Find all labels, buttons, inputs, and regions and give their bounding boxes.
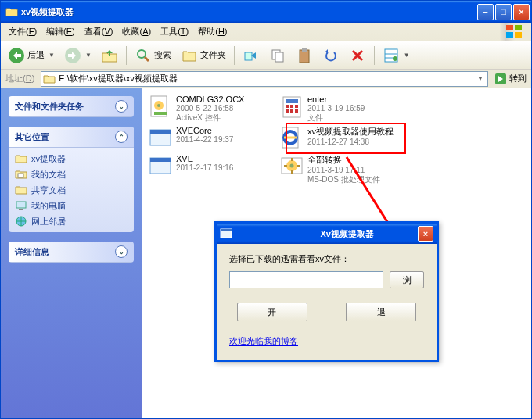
dialog-close-button[interactable]: ×: [418, 226, 433, 242]
panel-places: 其它位置 ⌃ xv提取器 我的文档 共享文档 我的电脑 网上邻居: [9, 127, 134, 232]
go-button[interactable]: 转到: [491, 73, 530, 85]
chevron-down-icon[interactable]: ▼: [475, 75, 486, 82]
menubar: 文件(F) 编辑(E) 查看(V) 收藏(A) 工具(T) 帮助(H): [1, 23, 531, 41]
ie-icon: [279, 126, 304, 151]
explorer-window: xv视频提取器 – □ × 文件(F) 编辑(E) 查看(V) 收藏(A) 工具…: [0, 0, 532, 419]
file-item[interactable]: XVE2011-2-17 19:16: [148, 154, 265, 184]
close-button[interactable]: ×: [513, 4, 530, 20]
paste-button[interactable]: [292, 45, 317, 66]
delete-icon: [349, 47, 366, 64]
folder-open-icon: [43, 73, 56, 85]
window-controls: – □ ×: [477, 4, 530, 20]
search-button[interactable]: 搜索: [131, 45, 175, 66]
blog-link[interactable]: 欢迎光临我的博客: [229, 336, 298, 346]
go-icon: [494, 73, 507, 85]
panel-tasks-header[interactable]: 文件和文件夹任务 ⌄: [9, 96, 134, 117]
folder-icon: [15, 184, 27, 196]
svg-rect-41: [150, 158, 171, 162]
dialog-xv-extractor: Xv视频提取器 × 选择已下载的迅雷看看xv文件： 浏 开 退 欢迎光临我的博客: [214, 221, 439, 362]
menu-help[interactable]: 帮助(H): [193, 24, 232, 39]
address-label: 地址(D): [2, 73, 38, 84]
file-item[interactable]: 全部转换2011-3-19 17:11MS-DOS 批处理文件: [279, 154, 397, 184]
move-button[interactable]: [239, 45, 264, 66]
windows-flag-icon: [500, 23, 530, 41]
svg-point-44: [290, 164, 294, 168]
svg-rect-0: [506, 25, 513, 30]
folders-icon: [181, 47, 198, 64]
panel-title: 其它位置: [15, 131, 49, 143]
file-path-input[interactable]: [229, 271, 383, 288]
folders-button[interactable]: 文件夹: [177, 45, 230, 66]
maximize-button[interactable]: □: [495, 4, 512, 20]
svg-rect-1: [515, 25, 522, 30]
back-label: 后退: [27, 49, 45, 61]
svg-rect-33: [286, 109, 289, 113]
file-item[interactable]: enter2011-3-19 16:59文件: [279, 95, 397, 123]
file-item[interactable]: XVECore2011-4-22 19:37: [148, 126, 265, 151]
undo-icon: [322, 47, 340, 64]
file-item[interactable]: COMDLG32.OCX2000-5-22 16:58ActiveX 控件: [148, 95, 265, 123]
files-grid: COMDLG32.OCX2000-5-22 16:58ActiveX 控件 en…: [148, 95, 525, 184]
chevron-down-icon: ▼: [49, 52, 55, 59]
browse-button[interactable]: 浏: [390, 271, 424, 288]
back-button[interactable]: 后退 ▼: [4, 45, 59, 66]
network-icon: [15, 215, 27, 227]
titlebar[interactable]: xv视频提取器 – □ ×: [1, 1, 531, 23]
search-icon: [135, 47, 152, 64]
copy-button[interactable]: [265, 45, 290, 66]
sidebar-item-network[interactable]: 网上邻居: [15, 215, 128, 227]
menu-file[interactable]: 文件(F): [4, 24, 41, 39]
dialog-titlebar[interactable]: Xv视频提取器 ×: [217, 224, 437, 244]
minimize-button[interactable]: –: [477, 4, 494, 20]
views-button[interactable]: ▼: [379, 45, 414, 66]
panel-details: 详细信息 ⌄: [9, 242, 134, 263]
paste-icon: [296, 47, 313, 64]
svg-rect-37: [150, 130, 171, 134]
svg-rect-27: [154, 112, 167, 115]
menu-view[interactable]: 查看(V): [80, 24, 118, 39]
undo-button[interactable]: [318, 45, 343, 66]
svg-rect-34: [290, 109, 293, 113]
sidebar-item-shared-docs[interactable]: 共享文档: [15, 184, 128, 196]
file-item[interactable]: xv视频提取器使用教程2011-12-27 14:38: [279, 126, 397, 151]
collapse-icon: ⌃: [115, 131, 128, 143]
menu-favorites[interactable]: 收藏(A): [117, 24, 156, 39]
app-icon: [220, 227, 315, 240]
cancel-button[interactable]: 退: [346, 303, 416, 321]
app-icon: [148, 126, 173, 151]
back-icon: [8, 47, 25, 64]
svg-rect-20: [18, 174, 23, 177]
expand-icon: ⌄: [115, 245, 128, 258]
svg-rect-2: [506, 32, 513, 38]
forward-icon: [64, 47, 81, 64]
toolbar: 后退 ▼ ▼ 搜索 文件夹 ▼: [1, 41, 531, 70]
folder-icon: [15, 152, 27, 165]
separator: [374, 46, 375, 65]
svg-rect-3: [515, 32, 522, 38]
panel-details-header[interactable]: 详细信息 ⌄: [9, 242, 134, 263]
menu-edit[interactable]: 编辑(E): [41, 24, 80, 39]
svg-rect-30: [286, 105, 289, 108]
config-icon: [279, 95, 304, 120]
sidebar-item-label: 网上邻居: [31, 216, 66, 227]
address-field[interactable]: E:\软件\xv提取器\xv视频提取器 ▼: [41, 71, 488, 87]
copy-icon: [269, 47, 286, 64]
panel-places-header[interactable]: 其它位置 ⌃: [9, 127, 134, 148]
svg-rect-10: [275, 52, 283, 62]
delete-button[interactable]: [345, 45, 370, 66]
forward-button[interactable]: ▼: [60, 45, 95, 66]
sidebar-item-label: 我的电脑: [31, 200, 66, 212]
move-icon: [243, 47, 260, 64]
dialog-body: 选择已下载的迅雷看看xv文件： 浏 开 退 欢迎光临我的博客: [217, 244, 437, 360]
sidebar-item-xv-extractor[interactable]: xv提取器: [15, 152, 128, 165]
sidebar-item-my-documents[interactable]: 我的文档: [15, 168, 128, 181]
sidebar-item-label: 我的文档: [31, 169, 66, 181]
open-button[interactable]: 开: [237, 303, 307, 321]
separator: [234, 46, 235, 65]
folder-open-icon: [5, 5, 18, 18]
sidebar-item-my-computer[interactable]: 我的电脑: [15, 199, 128, 212]
dialog-prompt: 选择已下载的迅雷看看xv文件：: [229, 253, 424, 265]
up-button[interactable]: [97, 45, 122, 66]
svg-point-18: [393, 56, 397, 61]
menu-tools[interactable]: 工具(T): [156, 24, 193, 39]
